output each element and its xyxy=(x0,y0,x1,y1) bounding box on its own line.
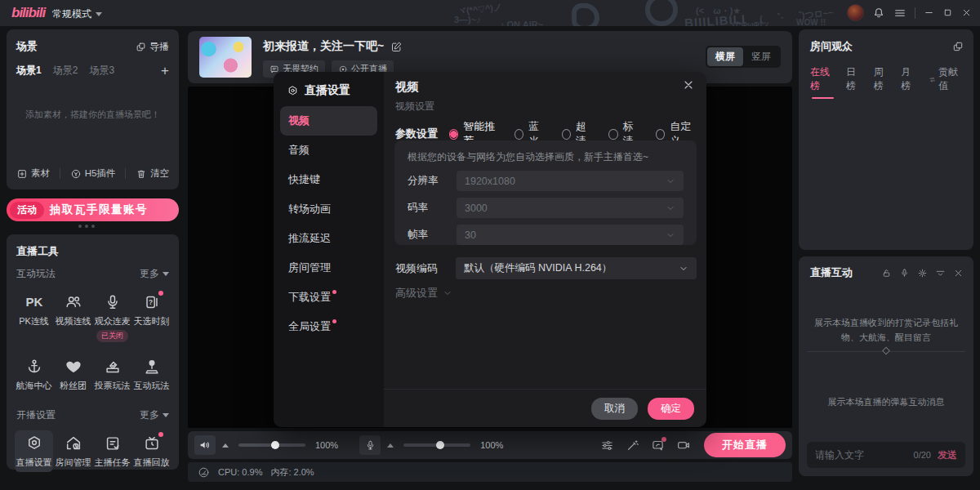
tab-weekly-rank[interactable]: 周榜 xyxy=(874,65,891,93)
close-panel-icon[interactable] xyxy=(953,268,964,278)
more-button[interactable]: 更多 xyxy=(140,408,169,422)
tool-replay[interactable]: 直播回放 xyxy=(132,430,171,472)
bitrate-value: 3000 xyxy=(465,203,488,214)
tab-online-rank[interactable]: 在线榜 xyxy=(810,65,835,93)
chat-input[interactable] xyxy=(815,449,907,461)
h5-plugin-label: H5插件 xyxy=(85,167,116,180)
gear-icon[interactable] xyxy=(917,268,928,278)
tool-fleet-center[interactable]: 航海中心 xyxy=(15,354,53,395)
volume-slider[interactable] xyxy=(238,443,305,447)
radio-dot xyxy=(449,129,458,140)
menu-item-room-manage[interactable]: 房间管理 xyxy=(280,253,377,283)
mic-icon[interactable] xyxy=(359,435,381,455)
menu-item-download[interactable]: 下载设置 xyxy=(280,283,377,312)
mic-slider-thumb[interactable] xyxy=(436,441,444,449)
maximize-button[interactable] xyxy=(942,7,953,18)
tool-audience-mic[interactable]: 观众连麦 已关闭 xyxy=(93,289,131,345)
modal-close-icon[interactable] xyxy=(682,78,695,91)
volume-expand-arrow[interactable] xyxy=(222,443,229,448)
panel-split-handle[interactable] xyxy=(807,351,965,352)
menu-item-audio[interactable]: 音频 xyxy=(280,136,377,165)
interaction-title: 直播互动 xyxy=(810,265,853,280)
voice-icon[interactable] xyxy=(899,268,910,278)
speaker-icon[interactable] xyxy=(194,435,216,455)
content-subtitle: 视频设置 xyxy=(395,100,434,114)
minimize-button[interactable] xyxy=(924,7,934,18)
orientation-portrait[interactable]: 竖屏 xyxy=(743,47,779,66)
activity-banner[interactable]: 活动 抽取瓦手限量账号 xyxy=(7,198,179,221)
mode-selector[interactable]: 常规模式 xyxy=(52,7,102,21)
doodle-blob xyxy=(645,0,678,26)
chevron-down-icon xyxy=(679,264,688,274)
h5-plugin-button[interactable]: H5插件 xyxy=(70,167,116,180)
tool-lucky-draw[interactable]: ? 天选时刻 xyxy=(132,289,171,345)
tab-daily-rank[interactable]: 日榜 xyxy=(846,65,863,93)
notification-bell-icon[interactable] xyxy=(872,7,885,20)
room-cover[interactable] xyxy=(199,37,252,78)
quality-panel: 根据您的设备与网络为您自动选择画质，新手主播首选~ 分辨率 1920x1080 … xyxy=(394,140,697,245)
danmaku-hint: 展示本场直播的弹幕互动消息 xyxy=(799,395,973,410)
danmaku-helper-icon[interactable] xyxy=(651,439,665,452)
tab-monthly-rank[interactable]: 月榜 xyxy=(901,65,918,93)
bitrate-select[interactable]: 3000 xyxy=(457,198,684,218)
unlock-icon[interactable] xyxy=(881,268,892,278)
tool-interactive-play[interactable]: 互动玩法 xyxy=(132,354,171,395)
mixer-sliders-icon[interactable] xyxy=(600,439,614,452)
scene-tab-3[interactable]: 场景3 xyxy=(89,64,114,78)
encoder-value: 默认（硬件编码 NVIDIA H.264） xyxy=(464,261,612,275)
add-scene-button[interactable]: + xyxy=(161,64,169,78)
mic-expand-arrow[interactable] xyxy=(387,443,394,448)
banner-pagination-dots xyxy=(78,225,95,228)
more-button[interactable]: 更多 xyxy=(140,267,169,281)
framerate-select[interactable]: 30 xyxy=(457,225,684,245)
scene-tab-1[interactable]: 场景1 xyxy=(16,64,42,78)
tool-room-manage[interactable]: 房间管理 xyxy=(54,430,92,472)
tool-fan-club[interactable]: 粉丝团 xyxy=(54,354,92,395)
confirm-button[interactable]: 确定 xyxy=(648,398,694,420)
scene-tab-2[interactable]: 场景2 xyxy=(53,64,78,78)
notification-dot xyxy=(158,432,163,437)
cancel-button[interactable]: 取消 xyxy=(591,398,638,420)
scene-panel-title: 场景 xyxy=(16,39,38,54)
start-live-button[interactable]: 开始直播 xyxy=(704,433,786,457)
menu-item-transition[interactable]: 转场动画 xyxy=(280,194,377,224)
titlebar-doodle: ヾ(*ΦωΦ)ツ xyxy=(728,20,769,26)
menu-item-global[interactable]: 全局设置 xyxy=(280,312,377,341)
chevron-down-icon xyxy=(666,203,675,213)
advanced-settings-toggle[interactable]: 高级设置 xyxy=(395,286,452,301)
tool-pk-link[interactable]: PK PK连线 xyxy=(15,289,53,345)
gauge-icon xyxy=(198,466,210,479)
orientation-landscape[interactable]: 横屏 xyxy=(707,47,743,66)
user-avatar[interactable] xyxy=(847,4,864,21)
volume-slider-thumb[interactable] xyxy=(271,441,279,449)
modal-menu: 直播设置 视频 音频 快捷键 转场动画 推流延迟 房间管理 下载设置 全局设置 xyxy=(274,72,384,427)
tool-live-settings[interactable]: 直播设置 xyxy=(15,430,53,472)
tool-video-link[interactable]: 视频连线 xyxy=(54,289,92,345)
divider xyxy=(125,168,126,179)
close-button[interactable] xyxy=(961,7,972,18)
hamburger-menu-icon[interactable] xyxy=(893,7,906,20)
scene-empty-hint: 添加素材，搭建你的直播场景吧！ xyxy=(7,109,179,121)
activity-text: 抽取瓦手限量账号 xyxy=(50,203,148,217)
menu-item-video[interactable]: 视频 xyxy=(280,106,377,136)
director-button[interactable]: 导播 xyxy=(136,40,169,54)
edit-title-icon[interactable] xyxy=(390,41,403,53)
menu-item-hotkeys[interactable]: 快捷键 xyxy=(280,165,377,194)
collapse-icon[interactable] xyxy=(935,268,946,278)
send-button[interactable]: 发送 xyxy=(938,448,957,462)
tab-contribution[interactable]: 贡献值 xyxy=(929,65,964,93)
beautify-wand-icon[interactable] xyxy=(626,439,639,452)
encoder-select[interactable]: 默认（硬件编码 NVIDIA H.264） xyxy=(456,257,697,279)
tool-vote[interactable]: 投票玩法 xyxy=(93,354,131,395)
modal-title: 直播设置 xyxy=(305,83,350,98)
mic-slider[interactable] xyxy=(403,443,470,447)
tool-anchor-tasks[interactable]: 主播任务 xyxy=(93,430,131,472)
activity-tag: 活动 xyxy=(10,202,44,219)
resolution-select[interactable]: 1920x1080 xyxy=(457,171,684,191)
add-source-button[interactable]: 素材 xyxy=(16,167,50,180)
popup-icon[interactable] xyxy=(952,41,964,52)
clear-button[interactable]: 清空 xyxy=(136,167,169,180)
camera-icon[interactable] xyxy=(676,438,691,452)
menu-item-stream-delay[interactable]: 推流延迟 xyxy=(280,224,377,253)
divider xyxy=(915,7,915,19)
